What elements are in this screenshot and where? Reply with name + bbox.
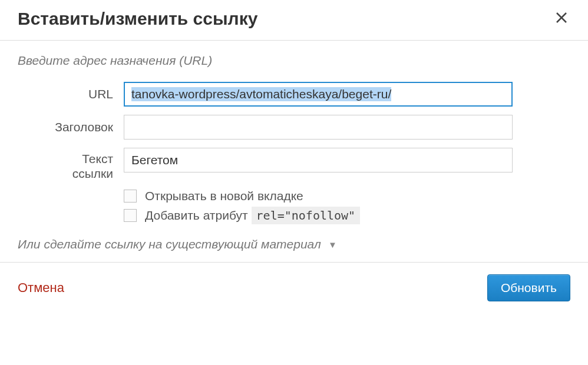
url-row: URL tanovka-wordpress/avtomaticheskaya/b… [18,82,570,107]
title-label: Заголовок [18,120,124,134]
url-input[interactable]: tanovka-wordpress/avtomaticheskaya/beget… [124,82,513,107]
dialog-body: Введите адрес назначения (URL) URL tanov… [0,41,588,262]
linktext-label: Текст ссылки [18,148,124,181]
newtab-checkbox[interactable] [124,190,137,203]
existing-content-toggle[interactable]: Или сделайте ссылку на существующий мате… [18,237,570,251]
cancel-button[interactable]: Отмена [18,280,64,296]
linktext-row: Текст ссылки [18,148,570,181]
nofollow-code: rel="nofollow" [252,207,361,224]
nofollow-label: Добавить атрибут [145,208,248,223]
chevron-down-icon: ▼ [328,240,337,250]
newtab-label: Открывать в новой вкладке [145,189,303,203]
title-row: Заголовок [18,115,570,140]
title-input[interactable] [124,115,513,140]
url-value: tanovka-wordpress/avtomaticheskaya/beget… [131,87,391,101]
url-label: URL [18,87,124,101]
nofollow-checkbox[interactable] [124,209,137,222]
submit-button[interactable]: Обновить [487,274,570,301]
dialog-footer: Отмена Обновить [0,262,588,313]
close-icon[interactable] [553,8,570,29]
options-block: Открывать в новой вкладке Добавить атриб… [124,189,570,224]
linktext-label-line1: Текст [82,152,113,165]
link-dialog: Вставить/изменить ссылку Введите адрес н… [0,0,588,313]
linktext-label-line2: ссылки [72,167,113,180]
nofollow-option[interactable]: Добавить атрибут rel="nofollow" [124,207,570,224]
existing-label: Или сделайте ссылку на существующий мате… [18,237,321,251]
dialog-header: Вставить/изменить ссылку [0,0,588,41]
dialog-title: Вставить/изменить ссылку [18,9,257,29]
newtab-option[interactable]: Открывать в новой вкладке [124,189,570,203]
linktext-input[interactable] [124,148,513,172]
section-hint: Введите адрес назначения (URL) [18,54,570,68]
